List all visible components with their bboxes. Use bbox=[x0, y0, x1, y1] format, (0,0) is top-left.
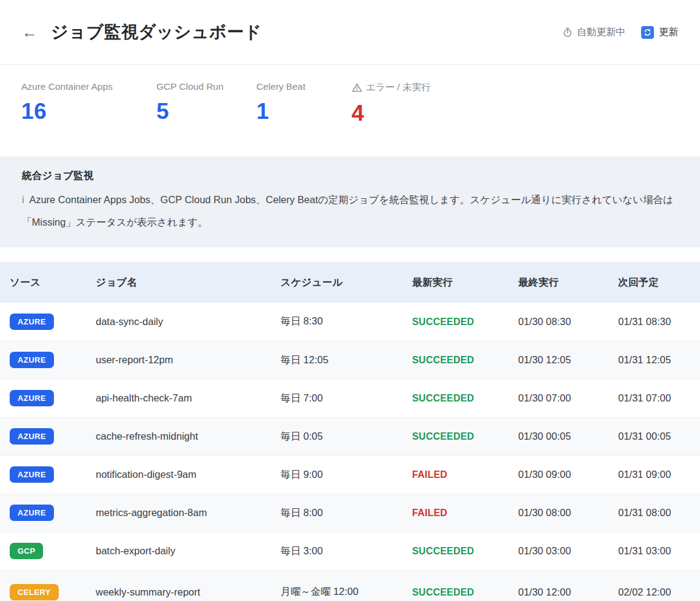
job-name-cell: cache-refresh-midnight bbox=[86, 417, 271, 455]
warning-triangle-icon bbox=[352, 82, 362, 93]
status-cell: SUCCEEDED bbox=[402, 532, 508, 570]
page-title: ジョブ監視ダッシュボード bbox=[51, 21, 262, 44]
app-header: ← ジョブ監視ダッシュボード 自動更新中 bbox=[0, 0, 700, 65]
last-run-cell: 01/30 09:00 bbox=[508, 455, 608, 494]
source-badge: AZURE bbox=[10, 390, 54, 406]
stat-card: エラー / 未実行 4 bbox=[352, 81, 431, 152]
status-cell: FAILED bbox=[402, 494, 508, 532]
info-box-body: ⅰAzure Container Apps Jobs、GCP Cloud Run… bbox=[22, 189, 678, 233]
auto-refresh-status: 自動更新中 bbox=[562, 26, 625, 39]
table-row: AZURE api-health-check-7am 毎日 7:00 SUCCE… bbox=[0, 379, 700, 417]
column-header: 次回予定 bbox=[608, 262, 700, 303]
next-run-cell: 01/31 08:00 bbox=[608, 494, 700, 532]
refresh-label: 更新 bbox=[659, 26, 678, 39]
source-cell: AZURE bbox=[0, 341, 86, 379]
column-header: スケジュール bbox=[271, 262, 402, 303]
column-header: 最終実行 bbox=[508, 262, 608, 303]
schedule-cell: 毎日 3:00 bbox=[271, 532, 402, 570]
source-cell: GCP bbox=[0, 532, 86, 570]
status-cell: FAILED bbox=[402, 455, 508, 494]
stat-label: Azure Container Apps bbox=[21, 81, 156, 92]
job-name-cell: batch-export-daily bbox=[86, 532, 271, 570]
last-run-cell: 01/30 12:05 bbox=[508, 341, 608, 379]
last-run-cell: 01/30 12:00 bbox=[508, 570, 608, 601]
source-badge: AZURE bbox=[10, 505, 54, 521]
source-badge: GCP bbox=[10, 543, 43, 559]
stat-value: 5 bbox=[156, 99, 256, 124]
source-cell: AZURE bbox=[0, 379, 86, 417]
schedule-cell: 月曜～金曜 12:00 bbox=[271, 570, 402, 601]
job-name-cell: metrics-aggregation-8am bbox=[86, 494, 271, 532]
status-text: SUCCEEDED bbox=[412, 355, 474, 365]
status-text: FAILED bbox=[412, 469, 447, 480]
table-header-row: ソースジョブ名スケジュール最新実行最終実行次回予定 bbox=[0, 262, 700, 303]
job-name-cell: data-sync-daily bbox=[86, 303, 271, 341]
last-run-cell: 01/30 00:05 bbox=[508, 417, 608, 455]
last-run-cell: 01/30 08:00 bbox=[508, 494, 608, 532]
last-run-cell: 01/30 07:00 bbox=[508, 379, 608, 417]
refresh-icon bbox=[641, 26, 654, 39]
table-row: AZURE metrics-aggregation-8am 毎日 8:00 FA… bbox=[0, 494, 700, 532]
status-cell: SUCCEEDED bbox=[402, 570, 508, 601]
table-row: AZURE notification-digest-9am 毎日 9:00 FA… bbox=[0, 455, 700, 494]
stat-card: Azure Container Apps 16 bbox=[21, 81, 156, 152]
status-cell: SUCCEEDED bbox=[402, 379, 508, 417]
status-text: SUCCEEDED bbox=[412, 393, 474, 403]
source-cell: AZURE bbox=[0, 303, 86, 341]
table-row: AZURE data-sync-daily 毎日 8:30 SUCCEEDED … bbox=[0, 303, 700, 341]
info-box-text: Azure Container Apps Jobs、GCP Cloud Run … bbox=[22, 194, 673, 227]
job-name-cell: user-report-12pm bbox=[86, 341, 271, 379]
schedule-cell: 毎日 8:30 bbox=[271, 303, 402, 341]
table-row: AZURE user-report-12pm 毎日 12:05 SUCCEEDE… bbox=[0, 341, 700, 379]
status-cell: SUCCEEDED bbox=[402, 341, 508, 379]
schedule-cell: 毎日 12:05 bbox=[271, 341, 402, 379]
next-run-cell: 01/31 09:00 bbox=[608, 455, 700, 494]
header-actions: 自動更新中 更新 bbox=[562, 26, 678, 39]
jobs-table: ソースジョブ名スケジュール最新実行最終実行次回予定 AZURE data-syn… bbox=[0, 262, 700, 601]
stat-card: Celery Beat 1 bbox=[256, 81, 352, 152]
source-cell: AZURE bbox=[0, 455, 86, 494]
stat-label: エラー / 未実行 bbox=[352, 81, 431, 94]
next-run-cell: 02/02 12:00 bbox=[608, 570, 700, 601]
stat-label: Celery Beat bbox=[256, 81, 352, 92]
last-run-cell: 01/30 08:30 bbox=[508, 303, 608, 341]
job-name-cell: notification-digest-9am bbox=[86, 455, 271, 494]
source-badge: AZURE bbox=[10, 466, 54, 483]
stat-value: 4 bbox=[352, 101, 431, 126]
info-box-title: 統合ジョブ監視 bbox=[22, 169, 678, 183]
column-header: 最新実行 bbox=[402, 262, 508, 303]
status-text: SUCCEEDED bbox=[412, 317, 474, 327]
stats-row: Azure Container Apps 16 GCP Cloud Run 5 bbox=[0, 65, 700, 152]
stat-label: GCP Cloud Run bbox=[156, 81, 256, 92]
status-cell: SUCCEEDED bbox=[402, 303, 508, 341]
next-run-cell: 01/31 12:05 bbox=[608, 341, 700, 379]
source-badge: AZURE bbox=[10, 352, 54, 368]
table-row: GCP batch-export-daily 毎日 3:00 SUCCEEDED… bbox=[0, 532, 700, 570]
status-text: SUCCEEDED bbox=[412, 431, 474, 442]
schedule-cell: 毎日 8:00 bbox=[271, 494, 402, 532]
source-badge: AZURE bbox=[10, 428, 54, 445]
next-run-cell: 01/31 07:00 bbox=[608, 379, 700, 417]
status-text: SUCCEEDED bbox=[412, 546, 474, 556]
auto-refresh-label: 自動更新中 bbox=[577, 26, 625, 39]
column-header: ソース bbox=[0, 262, 86, 303]
status-text: FAILED bbox=[412, 508, 447, 518]
next-run-cell: 01/31 00:05 bbox=[608, 417, 700, 455]
back-button[interactable]: ← bbox=[22, 24, 38, 40]
stat-value: 1 bbox=[256, 99, 352, 124]
info-icon: ⅰ bbox=[22, 189, 24, 211]
table-row: CELERY weekly-summary-report 月曜～金曜 12:00… bbox=[0, 570, 700, 601]
stat-card: GCP Cloud Run 5 bbox=[156, 81, 256, 152]
status-cell: SUCCEEDED bbox=[402, 417, 508, 455]
next-run-cell: 01/31 03:00 bbox=[608, 532, 700, 570]
schedule-cell: 毎日 0:05 bbox=[271, 417, 402, 455]
jobs-table-body: AZURE data-sync-daily 毎日 8:30 SUCCEEDED … bbox=[0, 303, 700, 601]
column-header: ジョブ名 bbox=[86, 262, 271, 303]
table-row: AZURE cache-refresh-midnight 毎日 0:05 SUC… bbox=[0, 417, 700, 455]
source-cell: CELERY bbox=[0, 570, 86, 601]
source-badge: AZURE bbox=[10, 314, 54, 330]
refresh-button[interactable]: 更新 bbox=[641, 26, 678, 39]
next-run-cell: 01/31 08:30 bbox=[608, 303, 700, 341]
schedule-cell: 毎日 9:00 bbox=[271, 455, 402, 494]
source-cell: AZURE bbox=[0, 417, 86, 455]
